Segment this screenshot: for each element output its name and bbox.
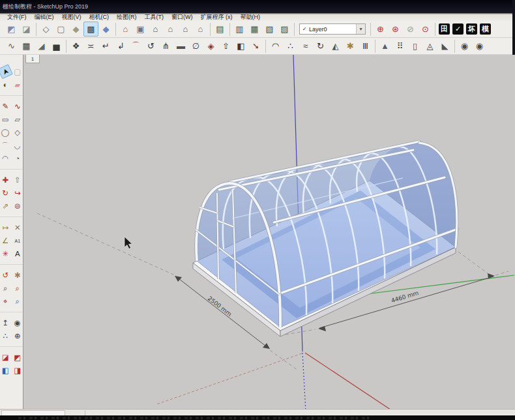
two-point-arc-tool[interactable]: ◡ (12, 140, 23, 151)
zoom-extents-tool[interactable]: ⌖ (0, 295, 11, 307)
view-iso[interactable]: ⌂ (118, 22, 133, 37)
array-tool[interactable]: ⠿ (392, 38, 407, 53)
protractor-tool[interactable]: ✕ (12, 222, 23, 233)
rotate-copy-tool[interactable]: ↺ (143, 38, 158, 53)
rotate-tool[interactable]: ↻ (0, 187, 11, 199)
drawing-canvas[interactable]: 1 (24, 55, 515, 409)
axes-tool[interactable]: ✳ (0, 248, 11, 260)
orbit-tool[interactable]: ↺ (0, 269, 11, 281)
walk-tool[interactable]: ∴ (0, 330, 11, 342)
half-fill-tool[interactable]: ◭ (328, 38, 343, 53)
ghost-cube-tool[interactable]: ▢ (12, 66, 23, 78)
warehouse-share-model[interactable]: ⊛ (388, 22, 403, 37)
push-pull-tool[interactable]: ⇧ (12, 174, 23, 186)
plugin-huai-button[interactable]: 坏 (466, 23, 477, 35)
slope-tool[interactable]: ◢ (34, 38, 49, 53)
freehand-tool[interactable]: ∿ (12, 100, 23, 112)
cone-tool[interactable]: ◣ (437, 38, 452, 53)
extension-warehouse[interactable]: ⊙ (418, 22, 433, 37)
view-front[interactable]: ⌂ (148, 22, 163, 37)
section-fill-tool[interactable]: ◨ (12, 365, 23, 376)
equalize-tool[interactable]: ≍ (83, 38, 98, 53)
menu-item-5[interactable]: 工具(T) (141, 14, 168, 21)
plugin-grid-button[interactable]: 田 (439, 23, 450, 35)
pull-curve-tool[interactable]: ↵ (98, 38, 113, 53)
arch-tool[interactable]: ⌒ (128, 38, 143, 53)
text-tool[interactable]: A1 (12, 235, 23, 247)
dome-tool[interactable]: ◠ (268, 38, 283, 53)
view-left[interactable]: ⌂ (193, 22, 208, 37)
select-tool[interactable]: ➤ (0, 65, 13, 80)
layer-dropdown[interactable]: ✓ Layer0 ▾ (299, 23, 366, 35)
style-monochrome[interactable]: ◆ (98, 22, 113, 37)
circle-tool[interactable]: ◯ (0, 127, 11, 138)
scene-tab-1[interactable]: 1 (25, 55, 40, 63)
eraser-tool[interactable]: ▰ (12, 79, 23, 91)
plugin-check-button[interactable]: ✓ (452, 23, 464, 35)
line-tool[interactable]: ✎ (0, 100, 11, 112)
round-plugin-1[interactable]: ◉ (457, 38, 472, 53)
offset-tool[interactable]: ⊚ (12, 200, 23, 212)
component-tool-2[interactable]: ▦ (247, 22, 262, 37)
model-viewport[interactable]: 2500 mm 4460 mm (24, 55, 515, 409)
position-camera-tool[interactable]: ↥ (0, 317, 11, 329)
mirror-tool[interactable]: ▲ (377, 38, 392, 53)
menu-item-3[interactable]: 相机(C) (85, 14, 113, 21)
dimension-tool[interactable]: ∠ (0, 235, 11, 247)
spiral-tool[interactable]: ↻ (313, 38, 328, 53)
arc-tool[interactable]: ⌒ (0, 140, 11, 151)
paint-bucket-tool[interactable]: ◐ (0, 79, 11, 91)
door-tool[interactable]: ▯ (407, 38, 422, 53)
hand-push-tool[interactable]: ✱ (343, 38, 358, 53)
round-plugin-2[interactable]: ◉ (472, 38, 487, 53)
menu-item-0[interactable]: 文件(F) (3, 14, 31, 21)
swirl-tool[interactable]: ➘ (248, 38, 263, 53)
style-wireframe[interactable]: ◇ (38, 22, 53, 37)
style-shaded-textures[interactable]: ▩ (83, 22, 98, 37)
three-point-arc-tool[interactable]: ◠ (0, 153, 11, 164)
figure-tool[interactable]: ⋔ (158, 38, 173, 53)
threed-text-tool[interactable]: A (12, 248, 23, 260)
plugin-mo-button[interactable]: 模 (480, 23, 491, 35)
grid-mesh-tool[interactable]: ▦ (19, 38, 34, 53)
menu-item-8[interactable]: 帮助(H) (237, 14, 265, 21)
rotated-rectangle-tool[interactable]: ▱ (12, 113, 23, 125)
style-shaded[interactable]: ◆ (68, 22, 83, 37)
chevron-down-icon[interactable]: ▾ (356, 24, 365, 34)
component-tool-4[interactable]: ▨ (277, 22, 292, 37)
rectangle-tool[interactable]: ▭ (0, 113, 11, 125)
flatten-tool[interactable]: ❖ (68, 38, 83, 53)
contour-tool[interactable]: ∿ (4, 38, 19, 53)
menu-item-7[interactable]: 扩展程序 (x) (197, 14, 237, 21)
warehouse-disabled[interactable]: ⊘ (403, 22, 418, 37)
style-hidden-line[interactable]: ▢ (53, 22, 68, 37)
zoom-window-tool[interactable]: ⌕ (12, 282, 23, 294)
circle-cut-tool[interactable]: ∅ (188, 38, 203, 53)
look-around-tool[interactable]: ◉ (12, 317, 23, 329)
target-tool[interactable]: ⊕ (12, 330, 23, 342)
compass-tool[interactable]: ◬ (422, 38, 437, 53)
polygon-tool[interactable]: ◇ (12, 127, 23, 138)
style-back-edges[interactable]: ◪ (19, 22, 34, 37)
pull-curve-copy-tool[interactable]: ↲ (113, 38, 128, 53)
zoom-tool[interactable]: ⌕ (0, 282, 11, 294)
move-tool[interactable]: ✚ (0, 174, 11, 186)
box-split-tool[interactable]: ◧ (233, 38, 248, 53)
follow-me-tool[interactable]: ↪ (12, 187, 23, 199)
section-plane-tool[interactable]: ◪ (0, 352, 11, 363)
panel-tool[interactable]: ▬ (173, 38, 188, 53)
style-xray[interactable]: ◩ (4, 22, 19, 37)
tape-measure-tool[interactable]: ↦ (0, 222, 11, 233)
view-right[interactable]: ⌂ (163, 22, 178, 37)
greenhouse-model[interactable] (193, 142, 458, 337)
section-cut-tool[interactable]: ◧ (0, 365, 11, 376)
scale-tool[interactable]: ⇗ (0, 200, 11, 212)
view-back[interactable]: ⌂ (178, 22, 193, 37)
component-tool-1[interactable]: ▥ (232, 22, 247, 37)
view-top[interactable]: ▣ (133, 22, 148, 37)
menu-item-2[interactable]: 视图(V) (58, 14, 85, 21)
columns-tool[interactable]: Ⅲ (358, 38, 373, 53)
pan-tool[interactable]: ✱ (12, 269, 23, 281)
section-display-tool[interactable]: ◩ (12, 352, 23, 363)
pie-tool[interactable]: ◔ (12, 153, 23, 164)
